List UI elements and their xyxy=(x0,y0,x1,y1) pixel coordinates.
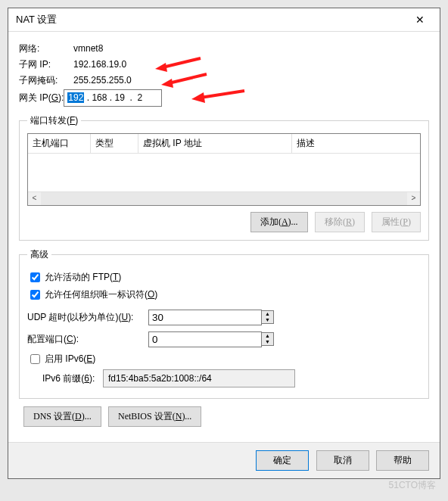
annotation-arrow-icon xyxy=(191,86,252,104)
ipv6-prefix-value: fd15:4ba5:5a2b:1008::/64 xyxy=(103,369,295,388)
svg-line-2 xyxy=(169,74,207,83)
chevron-up-icon[interactable]: ▲ xyxy=(262,333,273,339)
enable-ipv6-checkbox[interactable]: 启用 IPv6(E) xyxy=(27,352,421,366)
ok-button[interactable]: 确定 xyxy=(256,450,309,471)
annotation-arrow-icon xyxy=(161,71,214,89)
cancel-button[interactable]: 取消 xyxy=(316,450,369,471)
udp-timeout-label: UDP 超时(以秒为单位)(U): xyxy=(27,311,148,324)
port-forwarding-table[interactable]: 主机端口 类型 虚拟机 IP 地址 描述 < > xyxy=(27,133,421,206)
annotation-arrow-icon xyxy=(155,55,208,73)
advanced-legend: 高级 xyxy=(27,248,51,261)
properties-button: 属性(P) xyxy=(372,212,421,232)
col-description[interactable]: 描述 xyxy=(292,134,420,153)
svg-marker-1 xyxy=(155,63,167,72)
udp-timeout-stepper[interactable]: ▲▼ xyxy=(148,310,274,325)
config-port-label: 配置端口(C): xyxy=(27,333,148,346)
advanced-group: 高级 允许活动的 FTP(T) 允许任何组织唯一标识符(O) UDP 超时(以秒… xyxy=(19,248,429,400)
subnet-mask-label: 子网掩码: xyxy=(19,74,70,87)
horizontal-scrollbar[interactable]: < > xyxy=(28,191,420,205)
ipv6-prefix-label: IPv6 前缀(6): xyxy=(42,372,103,385)
add-button[interactable]: 添加(A)... xyxy=(250,212,308,232)
network-label: 网络: xyxy=(19,42,70,55)
scroll-right-icon[interactable]: > xyxy=(407,193,420,204)
config-port-stepper[interactable]: ▲▼ xyxy=(148,331,274,347)
gateway-label: 网关 IP(G): xyxy=(19,92,64,104)
svg-marker-5 xyxy=(191,92,205,103)
allow-any-oui-checkbox[interactable]: 允许任何组织唯一标识符(O) xyxy=(27,288,421,302)
nat-settings-dialog: NAT 设置 ✕ 网络: vmnet8 子网 IP: 192.168.19.0 … xyxy=(8,8,440,479)
remove-button: 移除(R) xyxy=(315,212,365,232)
netbios-settings-button[interactable]: NetBIOS 设置(N)... xyxy=(108,406,201,427)
titlebar: NAT 设置 ✕ xyxy=(8,8,440,32)
table-body-empty xyxy=(28,154,420,191)
chevron-down-icon[interactable]: ▼ xyxy=(262,317,273,323)
chevron-up-icon[interactable]: ▲ xyxy=(262,311,273,317)
scroll-left-icon[interactable]: < xyxy=(28,193,41,204)
svg-line-0 xyxy=(163,58,201,67)
gateway-ip-input[interactable]: 192 . 168 . 19 . 2 xyxy=(64,89,162,107)
window-title: NAT 设置 xyxy=(16,8,57,31)
svg-line-4 xyxy=(201,91,244,98)
allow-active-ftp-checkbox[interactable]: 允许活动的 FTP(T) xyxy=(27,270,421,285)
watermark: 51CTO博客 xyxy=(389,479,436,487)
subnet-ip-label: 子网 IP: xyxy=(19,58,70,71)
svg-marker-3 xyxy=(161,79,173,88)
network-value: vmnet8 xyxy=(73,42,103,55)
col-type[interactable]: 类型 xyxy=(91,134,138,153)
port-forwarding-group: 端口转发(F) 主机端口 类型 虚拟机 IP 地址 描述 < > 添加(A)..… xyxy=(19,114,429,241)
dns-settings-button[interactable]: DNS 设置(D)... xyxy=(23,406,101,427)
subnet-ip-value: 192.168.19.0 xyxy=(73,58,126,71)
chevron-down-icon[interactable]: ▼ xyxy=(262,339,273,345)
col-host-port[interactable]: 主机端口 xyxy=(28,134,91,153)
subnet-mask-value: 255.255.255.0 xyxy=(73,74,132,87)
close-icon[interactable]: ✕ xyxy=(408,8,432,31)
help-button[interactable]: 帮助 xyxy=(376,450,429,471)
col-vm-ip[interactable]: 虚拟机 IP 地址 xyxy=(138,134,292,153)
port-forwarding-legend: 端口转发(F) xyxy=(27,114,81,127)
